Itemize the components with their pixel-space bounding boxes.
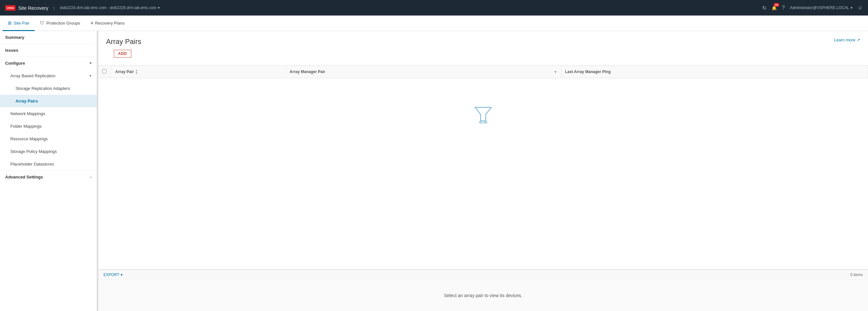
sidebar-placeholder-datastores-label: Placeholder Datastores [10, 162, 54, 166]
sidebar-resource-mappings-label: Resource Mappings [10, 136, 48, 141]
tab-recovery-plans[interactable]: ≡ Recovery Plans [85, 16, 130, 31]
tab-protection-groups[interactable]: 🛡 Protection Groups [35, 16, 85, 31]
empty-state-cell [98, 78, 868, 152]
sidebar-item-network-mappings[interactable]: Network Mappings [0, 107, 97, 120]
tab-recovery-plans-label: Recovery Plans [95, 21, 125, 26]
navbar: vmw Site Recovery | dsib2224.drm.lab.emc… [0, 0, 868, 15]
items-count: 0 items [850, 273, 863, 277]
vmware-logo: vmw [5, 5, 16, 11]
sidebar-item-folder-mappings[interactable]: Folder Mappings [0, 120, 97, 132]
username: Administrator@VSPHERE.LOCAL [790, 5, 849, 10]
sidebar: Summary Issues Configure ▾ Array Based R… [0, 31, 97, 311]
user-menu[interactable]: Administrator@VSPHERE.LOCAL ▾ [790, 5, 852, 10]
sidebar-issues-label: Issues [5, 48, 18, 53]
tab-site-pair[interactable]: ⊞ Site Pair [3, 16, 35, 31]
user-avatar-icon[interactable]: ☺ [858, 5, 863, 11]
add-button[interactable]: ADD [114, 50, 131, 58]
add-button-container: ADD [98, 50, 868, 65]
sidebar-item-resource-mappings[interactable]: Resource Mappings [0, 132, 97, 145]
empty-state-row [98, 78, 868, 152]
table-header-row: Array Pair ▲ ▼ Array Manager Pair ▼ [98, 66, 868, 78]
sort-desc-icon: ▼ [135, 72, 138, 75]
configure-chevron-icon: ▾ [90, 61, 92, 65]
sidebar-item-issues[interactable]: Issues [0, 44, 97, 57]
export-button[interactable]: EXPORT ▾ [103, 273, 123, 277]
sidebar-item-array-pairs[interactable]: Array Pairs [0, 95, 97, 107]
sidebar-network-mappings-label: Network Mappings [10, 111, 45, 116]
sidebar-array-pairs-label: Array Pairs [16, 99, 38, 103]
export-dropdown-icon: ▾ [121, 273, 123, 277]
sidebar-item-storage-replication-adapters[interactable]: Storage Replication Adapters [0, 82, 97, 95]
navbar-divider: | [54, 5, 55, 10]
external-link-icon: ↗ [857, 37, 860, 42]
navbar-right: ↻ 🔔 15 ? Administrator@VSPHERE.LOCAL ▾ ☺ [762, 5, 863, 11]
main-layout: Summary Issues Configure ▾ Array Based R… [0, 31, 868, 311]
sidebar-sra-label: Storage Replication Adapters [16, 86, 70, 91]
tab-site-pair-label: Site Pair [13, 21, 29, 26]
notification-count: 15 [774, 3, 779, 7]
col-last-ping-label: Last Array Manager Ping [565, 69, 611, 74]
protection-groups-tab-icon: 🛡 [40, 20, 44, 26]
sidebar-item-advanced-settings[interactable]: Advanced Settings › [0, 171, 97, 183]
sidebar-folder-mappings-label: Folder Mappings [10, 124, 42, 129]
recovery-plans-tab-icon: ≡ [91, 20, 93, 26]
sidebar-summary-label: Summary [5, 35, 24, 40]
tabbar: ⊞ Site Pair 🛡 Protection Groups ≡ Recove… [0, 15, 868, 31]
array-pairs-table: Array Pair ▲ ▼ Array Manager Pair ▼ [98, 66, 868, 152]
funnel-icon [473, 104, 493, 124]
sidebar-item-storage-policy-mappings[interactable]: Storage Policy Mappings [0, 145, 97, 158]
sidebar-item-placeholder-datastores[interactable]: Placeholder Datastores [0, 158, 97, 170]
help-icon[interactable]: ? [782, 5, 785, 11]
sidebar-item-summary[interactable]: Summary [0, 31, 97, 44]
col-array-pair: Array Pair ▲ ▼ [111, 66, 285, 78]
brand: vmw Site Recovery [5, 5, 49, 11]
array-pair-sort-icons[interactable]: ▲ ▼ [135, 69, 138, 75]
notifications-bell[interactable]: 🔔 15 [772, 5, 777, 10]
table-body [98, 78, 868, 152]
array-manager-filter-icon[interactable]: ▼ [554, 70, 557, 74]
col-array-manager-pair-label: Array Manager Pair [290, 69, 326, 74]
sidebar-item-array-based-replication[interactable]: Array Based Replication ▾ [0, 69, 97, 82]
connection-info: dsib2224.drm.lab.emc.com - dsib2226.drm.… [60, 5, 160, 10]
content-header: Array Pairs Learn more ↗ [98, 31, 868, 50]
bottom-panel: Select an array pair to view its devices… [98, 280, 868, 311]
tab-protection-groups-label: Protection Groups [46, 21, 80, 26]
learn-more-label: Learn more [834, 37, 856, 42]
col-last-ping: Last Array Manager Ping [561, 66, 868, 78]
sidebar-array-based-rep-label: Array Based Replication [10, 73, 55, 78]
sidebar-advanced-settings-label: Advanced Settings [5, 175, 43, 179]
sort-asc-icon: ▲ [135, 69, 138, 72]
sidebar-configure-label: Configure [5, 61, 25, 66]
content-area: Array Pairs Learn more ↗ ADD [98, 31, 868, 311]
user-dropdown-icon: ▾ [850, 5, 852, 10]
empty-state [98, 78, 868, 152]
col-checkbox [98, 66, 111, 78]
learn-more-link[interactable]: Learn more ↗ [834, 37, 860, 42]
dropdown-chevron-icon[interactable]: ▾ [158, 5, 160, 10]
refresh-icon[interactable]: ↻ [762, 5, 767, 11]
advanced-settings-chevron-icon: › [90, 175, 92, 179]
export-label: EXPORT [103, 273, 119, 277]
site-pair-tab-icon: ⊞ [8, 20, 12, 26]
sidebar-item-configure[interactable]: Configure ▾ [0, 57, 97, 69]
svg-marker-0 [475, 107, 491, 121]
page-title: Array Pairs [106, 37, 141, 46]
col-array-pair-label: Array Pair [116, 69, 134, 74]
app-title: Site Recovery [18, 5, 48, 11]
col-array-manager-pair: Array Manager Pair ▼ [285, 66, 561, 78]
array-based-rep-chevron-icon: ▾ [90, 74, 92, 78]
select-all-checkbox[interactable] [102, 69, 106, 73]
table-header: Array Pair ▲ ▼ Array Manager Pair ▼ [98, 66, 868, 78]
sidebar-storage-policy-mappings-label: Storage Policy Mappings [10, 149, 57, 154]
bottom-panel-text: Select an array pair to view its devices… [106, 293, 860, 298]
table-container: Array Pair ▲ ▼ Array Manager Pair ▼ [98, 65, 868, 270]
table-footer: EXPORT ▾ 0 items [98, 270, 868, 280]
connection-text: dsib2224.drm.lab.emc.com - dsib2226.drm.… [60, 5, 157, 10]
